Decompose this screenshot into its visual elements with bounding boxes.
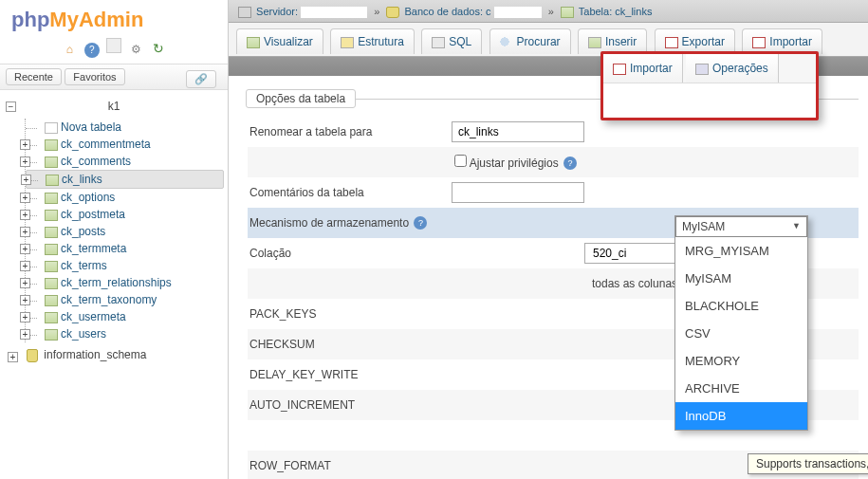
- engine-option[interactable]: MyISAM: [675, 265, 807, 292]
- table-link[interactable]: ck_termmeta: [61, 242, 126, 255]
- table-link[interactable]: ck_options: [61, 191, 115, 204]
- table-icon: [45, 312, 58, 323]
- rename-label: Renomear a tabela para: [248, 125, 452, 138]
- new-table-link[interactable]: Nova tabela: [61, 120, 121, 134]
- tab-export[interactable]: Exportar: [655, 28, 735, 54]
- table-icon: [561, 7, 574, 18]
- table-link[interactable]: ck_postmeta: [61, 208, 125, 221]
- database-icon: [27, 349, 38, 362]
- engine-option[interactable]: MEMORY: [675, 347, 807, 375]
- table-row[interactable]: +ck_links: [26, 170, 224, 189]
- logo-myadmin: MyAdmin: [49, 8, 143, 31]
- table-link[interactable]: ck_usermeta: [61, 310, 126, 323]
- tab-structure[interactable]: Estrutura: [330, 28, 415, 54]
- table-row[interactable]: +ck_comments: [26, 153, 224, 170]
- db-name-redacted: [494, 7, 542, 18]
- insert-icon: [588, 37, 601, 48]
- popup-import-button[interactable]: Importar: [603, 54, 683, 83]
- expand-icon[interactable]: +: [20, 210, 30, 220]
- table-icon: [45, 329, 58, 341]
- sql-icon: [432, 37, 445, 48]
- export-icon: [665, 37, 678, 48]
- engine-tooltip: Supports transactions, row-level locking…: [748, 453, 868, 474]
- table-link[interactable]: ck_commentmeta: [61, 138, 151, 151]
- engine-option[interactable]: BLACKHOLE: [675, 292, 807, 320]
- table-row[interactable]: +ck_commentmeta: [26, 136, 224, 153]
- table-link[interactable]: ck_posts: [61, 225, 105, 238]
- new-table-icon: [45, 122, 58, 134]
- adjust-priv-checkbox[interactable]: [454, 155, 467, 167]
- table-link[interactable]: ck_term_taxonomy: [61, 293, 157, 306]
- engine-select[interactable]: MyISAM: [675, 216, 807, 237]
- expand-icon[interactable]: +: [20, 312, 30, 322]
- link-icon[interactable]: 🔗: [186, 70, 216, 88]
- table-row[interactable]: +ck_options: [26, 189, 224, 206]
- breadcrumb: Servidor: » Banco de dados: c » Tabela: …: [229, 0, 868, 23]
- import-icon: [752, 37, 766, 48]
- engine-option[interactable]: InnoDB: [675, 402, 807, 430]
- structure-icon: [341, 37, 354, 48]
- table-row[interactable]: +ck_usermeta: [26, 308, 224, 325]
- collation-label: Colação: [248, 247, 452, 260]
- table-link[interactable]: ck_term_relationships: [61, 276, 172, 289]
- expand-icon[interactable]: +: [20, 295, 30, 305]
- db-label[interactable]: Banco de dados: c: [404, 6, 490, 17]
- expand-icon[interactable]: +: [20, 193, 30, 203]
- table-link[interactable]: ck_comments: [61, 155, 131, 168]
- sql-window-icon[interactable]: [106, 38, 121, 53]
- table-link[interactable]: ck_terms: [61, 259, 107, 272]
- tab-browse[interactable]: Visualizar: [236, 28, 323, 54]
- table-label[interactable]: Tabela: ck_links: [579, 6, 653, 17]
- database-name[interactable]: k1: [108, 100, 120, 113]
- table-row[interactable]: +ck_termmeta: [26, 240, 224, 257]
- refresh-icon[interactable]: ↻: [151, 41, 166, 56]
- home-icon[interactable]: ⌂: [62, 43, 77, 58]
- tab-sql[interactable]: SQL: [421, 28, 482, 54]
- auto-increment-label: AUTO_INCREMENT: [248, 398, 452, 412]
- table-row[interactable]: +ck_postmeta: [26, 206, 224, 223]
- expand-icon[interactable]: +: [20, 261, 30, 271]
- favorites-tab[interactable]: Favoritos: [65, 68, 124, 85]
- help-icon[interactable]: ?: [84, 43, 100, 58]
- tab-insert[interactable]: Inserir: [578, 28, 647, 54]
- engine-dropdown[interactable]: MyISAM MRG_MYISAMMyISAMBLACKHOLECSVMEMOR…: [674, 215, 808, 431]
- table-row[interactable]: +ck_posts: [26, 223, 224, 240]
- engine-option[interactable]: ARCHIVE: [675, 375, 807, 402]
- server-name-redacted: [301, 7, 367, 18]
- comments-input[interactable]: [452, 182, 584, 203]
- expand-icon[interactable]: +: [20, 139, 30, 150]
- table-row[interactable]: +ck_users: [26, 325, 224, 342]
- table-row[interactable]: +ck_term_taxonomy: [26, 291, 224, 308]
- table-icon: [45, 210, 58, 221]
- table-link[interactable]: ck_users: [61, 327, 106, 341]
- rename-input[interactable]: [452, 121, 584, 142]
- expand-icon[interactable]: +: [21, 175, 31, 185]
- expand-icon[interactable]: +: [20, 329, 30, 340]
- table-icon: [45, 278, 58, 289]
- db-collapse-icon[interactable]: −: [6, 101, 16, 112]
- help-icon[interactable]: ?: [563, 157, 577, 170]
- engine-option[interactable]: CSV: [675, 320, 807, 347]
- logo[interactable]: phpMyAdmin: [0, 0, 228, 36]
- db2-expand-icon[interactable]: +: [8, 352, 18, 362]
- help-icon[interactable]: ?: [414, 216, 427, 230]
- db-information-schema[interactable]: information_schema: [44, 348, 146, 361]
- expand-icon[interactable]: +: [20, 157, 30, 167]
- table-row[interactable]: +ck_terms: [26, 257, 224, 274]
- settings-icon[interactable]: ⚙: [128, 43, 143, 58]
- recent-tab[interactable]: Recente: [6, 68, 62, 85]
- table-link[interactable]: ck_links: [62, 173, 102, 186]
- engine-label: Mecanismo de armazenamento: [249, 216, 409, 230]
- expand-icon[interactable]: +: [20, 244, 30, 254]
- browse-icon: [247, 37, 260, 48]
- popup-operations-button[interactable]: Operações: [686, 54, 779, 83]
- server-label[interactable]: Servidor:: [256, 6, 298, 17]
- tab-import[interactable]: Importar: [742, 28, 822, 54]
- tab-search[interactable]: Procurar: [489, 28, 571, 54]
- table-icon: [45, 295, 58, 306]
- import-icon: [613, 64, 626, 75]
- engine-option[interactable]: MRG_MYISAM: [675, 237, 807, 265]
- expand-icon[interactable]: +: [20, 278, 30, 288]
- table-row[interactable]: +ck_term_relationships: [26, 274, 224, 291]
- expand-icon[interactable]: +: [20, 227, 30, 237]
